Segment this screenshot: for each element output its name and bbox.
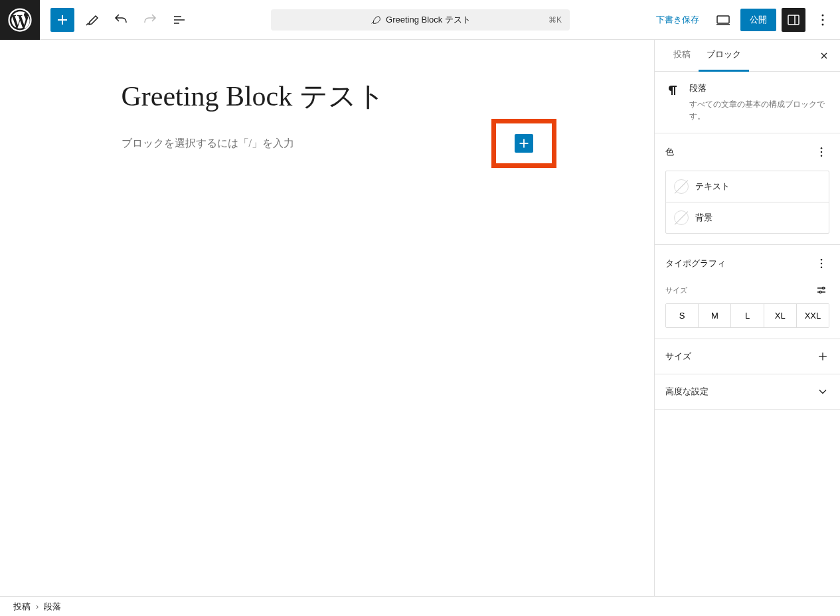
panel-advanced: 高度な設定	[655, 374, 840, 410]
svg-point-13	[819, 291, 821, 293]
document-title: Greeting Block テスト	[386, 14, 471, 26]
sliders-icon	[815, 284, 827, 296]
settings-sidebar: 投稿 ブロック 段落 すべての文章の基本の構成ブロックです。 色	[654, 40, 840, 596]
svg-rect-2	[788, 15, 799, 25]
font-size-group: S M L XL XXL	[665, 303, 829, 328]
color-text-label: テキスト	[695, 181, 730, 193]
more-vertical-icon	[815, 145, 828, 159]
svg-point-10	[821, 263, 823, 265]
editor-canvas[interactable]: Greeting Block テスト ブロックを選択するには「/」を入力	[0, 40, 654, 596]
close-sidebar-button[interactable]	[816, 48, 832, 64]
size-l[interactable]: L	[731, 304, 764, 327]
svg-point-11	[821, 267, 823, 269]
block-title: 段落	[689, 82, 829, 94]
color-text-row[interactable]: テキスト	[665, 171, 829, 202]
undo-button[interactable]	[109, 8, 133, 32]
close-icon	[819, 50, 829, 61]
breadcrumb-footer: 投稿 › 段落	[0, 596, 840, 616]
svg-point-7	[821, 151, 823, 153]
feather-icon	[370, 15, 380, 25]
svg-point-3	[822, 14, 824, 16]
post-title[interactable]: Greeting Block テスト	[122, 80, 533, 113]
paragraph-icon	[665, 82, 681, 98]
tab-block[interactable]: ブロック	[699, 40, 749, 72]
settings-sidebar-toggle[interactable]	[782, 8, 805, 32]
preview-button[interactable]	[711, 8, 735, 32]
size-custom-toggle[interactable]	[813, 282, 829, 298]
panel-size: サイズ	[655, 339, 840, 374]
top-toolbar: Greeting Block テスト ⌘K 下書き保存 公開	[0, 0, 840, 40]
save-draft-button[interactable]: 下書き保存	[649, 10, 706, 30]
color-swatch-empty-icon	[674, 179, 689, 194]
panel-color: 色 テキスト 背景	[655, 133, 840, 245]
plus-icon	[816, 350, 829, 363]
document-overview-button[interactable]	[167, 8, 191, 32]
wordpress-logo[interactable]	[0, 0, 40, 40]
publish-button[interactable]: 公開	[740, 9, 776, 31]
panel-advanced-toggle[interactable]: 高度な設定	[655, 374, 840, 409]
panel-advanced-title: 高度な設定	[665, 386, 709, 398]
color-background-row[interactable]: 背景	[665, 202, 829, 234]
options-button[interactable]	[811, 8, 835, 32]
svg-rect-1	[717, 16, 729, 23]
color-options-button[interactable]	[813, 144, 829, 160]
panel-size-toggle[interactable]: サイズ	[655, 339, 840, 374]
typography-options-button[interactable]	[813, 256, 829, 271]
panel-size-title: サイズ	[665, 350, 691, 362]
block-description: すべての文章の基本の構成ブロックです。	[689, 98, 829, 122]
svg-point-8	[821, 155, 823, 157]
breadcrumb-block[interactable]: 段落	[44, 601, 61, 613]
more-vertical-icon	[815, 257, 828, 270]
plus-icon	[517, 136, 531, 151]
block-info: 段落 すべての文章の基本の構成ブロックです。	[655, 72, 840, 133]
block-inserter-button[interactable]	[50, 8, 74, 32]
size-m[interactable]: M	[699, 304, 731, 327]
svg-point-9	[821, 259, 823, 261]
size-xxl[interactable]: XXL	[797, 304, 829, 327]
size-xl[interactable]: XL	[764, 304, 797, 327]
size-label: サイズ	[665, 285, 687, 295]
chevron-down-icon	[816, 385, 829, 398]
svg-point-6	[821, 147, 823, 149]
document-bar[interactable]: Greeting Block テスト ⌘K	[271, 9, 570, 31]
add-block-button[interactable]	[515, 134, 533, 153]
svg-point-4	[822, 19, 824, 21]
panel-typography-title: タイポグラフィ	[665, 258, 726, 270]
breadcrumb-post[interactable]: 投稿	[13, 601, 31, 613]
redo-button[interactable]	[138, 8, 162, 32]
tools-button[interactable]	[80, 8, 104, 32]
color-swatch-empty-icon	[674, 210, 689, 225]
svg-point-5	[822, 23, 824, 25]
panel-color-title: 色	[665, 146, 674, 158]
color-background-label: 背景	[695, 212, 713, 224]
breadcrumb-separator: ›	[36, 601, 39, 611]
size-s[interactable]: S	[666, 304, 699, 327]
svg-point-12	[823, 287, 825, 289]
paragraph-placeholder[interactable]: ブロックを選択するには「/」を入力	[122, 137, 294, 151]
panel-typography: タイポグラフィ サイズ S M L	[655, 245, 840, 339]
command-shortcut: ⌘K	[548, 15, 562, 25]
tab-post[interactable]: 投稿	[665, 40, 699, 72]
